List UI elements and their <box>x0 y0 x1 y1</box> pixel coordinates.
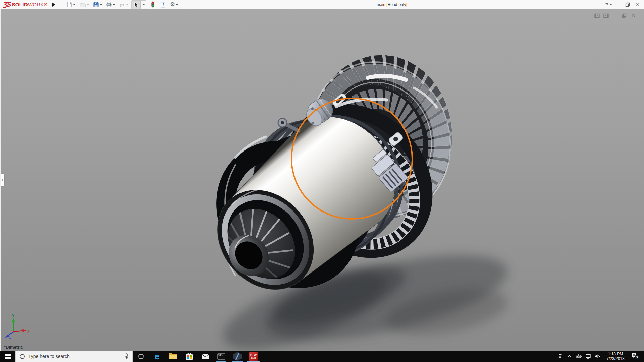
taskbar-store-button[interactable] <box>181 351 197 362</box>
doc-close-button[interactable] <box>629 13 638 18</box>
people-icon <box>557 353 563 359</box>
select-cursor-icon <box>133 1 139 8</box>
edge-icon: e <box>155 352 159 361</box>
file-explorer-icon <box>169 354 177 359</box>
start-button[interactable] <box>0 351 15 362</box>
x-axis-arrow <box>22 329 26 333</box>
tab-dot-icon <box>2 179 3 181</box>
cortana-icon <box>20 354 25 359</box>
minimize-button[interactable] <box>613 1 622 9</box>
taskbar-search[interactable] <box>15 351 133 362</box>
network-button[interactable] <box>584 351 593 362</box>
brand-solid: SOLID <box>12 2 28 7</box>
system-tray: 1:18 PM 7/23/2018 3 <box>555 351 644 362</box>
y-axis-label: Y <box>12 314 15 318</box>
volume-button[interactable] <box>593 351 602 362</box>
taskbar-solidworks-button[interactable]: S W 2017 <box>246 351 262 362</box>
help-button[interactable]: ? <box>602 2 609 7</box>
close-icon <box>636 2 640 7</box>
notification-badge: 3 <box>636 356 638 359</box>
solidworks-2017-icon: S W 2017 <box>249 352 258 361</box>
mail-icon <box>202 354 209 359</box>
file-properties-icon <box>160 2 166 8</box>
view-orientation-label: *Dimetric <box>4 345 23 350</box>
right-arrow-icon <box>52 3 57 7</box>
gear-icon: ⚙ <box>170 2 175 7</box>
open-folder-icon <box>79 2 86 8</box>
solidworks-window: ƷS SOLIDWORKS <box>0 0 644 362</box>
orientation-triad: Y X <box>2 313 31 342</box>
document-window-controls <box>593 13 638 18</box>
taskbar-command-prompt-button[interactable]: C:\_ <box>213 351 229 362</box>
panel-collapsed-tab[interactable] <box>1 174 4 186</box>
options-button[interactable]: ⚙ <box>169 0 179 9</box>
select-button[interactable] <box>132 1 141 9</box>
hexagon-app-icon <box>233 352 241 361</box>
chevron-up-icon <box>567 354 572 358</box>
taskbar-composer-button[interactable] <box>229 351 246 362</box>
doc-minimize-button[interactable] <box>611 13 620 18</box>
menu-flyout-arrow[interactable] <box>50 0 57 9</box>
rebuild-button[interactable] <box>149 0 157 9</box>
undo-button <box>118 0 129 9</box>
task-view-icon <box>138 354 144 359</box>
y-axis-arrow <box>12 318 15 322</box>
print-dropdown-caret[interactable] <box>113 4 115 6</box>
show-panel-right-button[interactable] <box>602 13 611 18</box>
file-properties-button[interactable] <box>159 0 167 9</box>
show-panel-left-button[interactable] <box>593 13 602 18</box>
minimize-icon <box>615 2 620 7</box>
volume-muted-icon <box>594 354 601 359</box>
action-center-button[interactable]: 3 <box>629 351 642 362</box>
print-button[interactable] <box>105 0 116 9</box>
options-dropdown-caret[interactable] <box>176 4 178 6</box>
save-dropdown-caret[interactable] <box>100 4 102 6</box>
brand-works: WORKS <box>28 2 47 7</box>
select-dropdown[interactable] <box>141 1 146 9</box>
windows-taskbar: e C:\_ <box>0 351 644 362</box>
restore-icon <box>625 2 630 7</box>
people-button[interactable] <box>555 351 565 362</box>
open-button[interactable] <box>78 0 90 9</box>
open-dropdown-caret <box>87 4 89 6</box>
battery-button[interactable] <box>574 351 584 362</box>
new-document-icon <box>66 2 72 8</box>
tray-expand-button[interactable] <box>565 351 574 362</box>
close-button[interactable] <box>633 1 642 9</box>
new-dropdown-caret[interactable] <box>73 4 75 6</box>
document-title: main [Read-only] <box>181 2 602 7</box>
action-center-icon: 3 <box>631 353 640 360</box>
window-controls: ? <box>602 1 644 9</box>
taskbar-file-explorer-button[interactable] <box>165 351 181 362</box>
taskbar-clock[interactable]: 1:18 PM 7/23/2018 <box>602 352 629 361</box>
battery-charging-icon <box>576 354 582 359</box>
undo-dropdown-caret <box>126 4 128 6</box>
jet-engine-model <box>1 9 644 351</box>
microphone-icon[interactable] <box>124 353 129 359</box>
taskbar-edge-button[interactable]: e <box>149 351 165 362</box>
search-input[interactable] <box>28 354 121 359</box>
command-prompt-icon: C:\_ <box>217 353 225 360</box>
print-icon <box>106 2 112 8</box>
undo-icon <box>119 2 125 8</box>
clock-time: 1:18 PM <box>604 352 627 356</box>
network-icon <box>585 354 591 359</box>
microsoft-store-icon <box>186 353 193 360</box>
solidworks-logo: ƷS SOLIDWORKS <box>0 0 50 9</box>
help-dropdown-caret[interactable] <box>610 4 612 6</box>
windows-logo-icon <box>5 354 11 359</box>
select-tool-group <box>131 0 146 9</box>
restore-button[interactable] <box>623 1 632 9</box>
task-view-button[interactable] <box>133 351 149 362</box>
titlebar: ƷS SOLIDWORKS <box>0 0 644 9</box>
select-dropdown-caret <box>143 4 145 6</box>
viewport-3d[interactable]: Y X *Dimetric <box>0 9 644 351</box>
3ds-logo-icon: ƷS <box>3 1 11 8</box>
doc-restore-button[interactable] <box>620 13 629 18</box>
taskbar-mail-button[interactable] <box>197 351 213 362</box>
quick-toolbar: ⚙ <box>65 0 181 9</box>
save-button[interactable] <box>92 0 103 9</box>
save-floppy-icon <box>93 2 99 8</box>
taskbar-app-icons: e C:\_ <box>133 351 262 362</box>
new-document-button[interactable] <box>65 0 76 9</box>
